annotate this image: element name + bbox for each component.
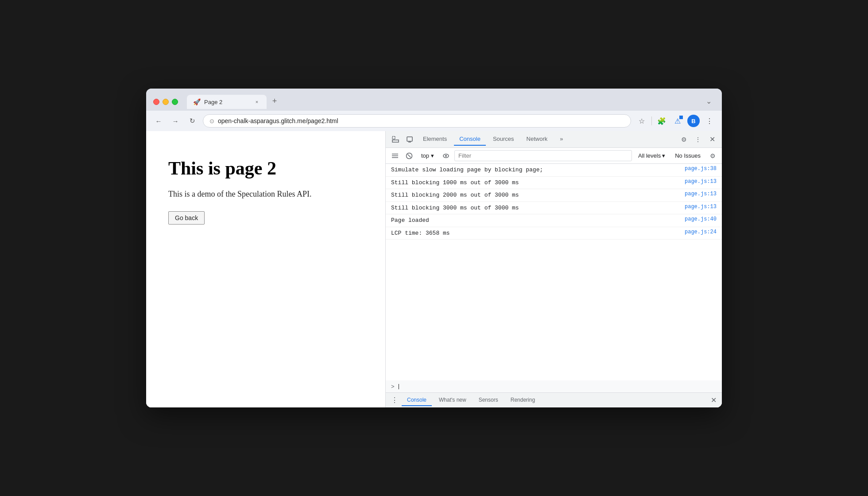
devtools-close-button[interactable]: ✕ <box>706 133 718 146</box>
nav-divider <box>651 116 652 125</box>
tab-favicon-icon: 🚀 <box>193 98 201 105</box>
svg-rect-0 <box>392 136 395 139</box>
tab-sources[interactable]: Sources <box>488 133 519 146</box>
console-message-text: LCP time: 3658 ms <box>391 229 679 238</box>
log-level-chevron-icon: ▾ <box>662 152 665 159</box>
devtools-panel: Elements Console Sources Network » ⚙ ⋮ ✕ <box>385 131 722 407</box>
bottom-tabs: ConsoleWhat's newSensorsRendering <box>402 395 540 406</box>
bookmark-button[interactable]: ☆ <box>636 115 648 127</box>
go-back-button[interactable]: Go back <box>168 211 205 225</box>
content-area: This is page 2 This is a demo of the Spe… <box>146 131 722 407</box>
svg-rect-4 <box>392 154 398 155</box>
page-heading: This is page 2 <box>168 158 363 179</box>
console-source-link[interactable]: page.js:13 <box>679 204 717 210</box>
address-bar[interactable]: ⊙ open-chalk-asparagus.glitch.me/page2.h… <box>203 114 631 128</box>
console-filter-input[interactable] <box>454 150 632 161</box>
tab-more[interactable]: » <box>554 133 568 146</box>
context-label: top <box>421 152 429 159</box>
address-security-icon: ⊙ <box>209 118 214 124</box>
devtools-bottom-bar: ⋮ ConsoleWhat's newSensorsRendering ✕ <box>386 392 722 407</box>
browser-window: 🚀 Page 2 × + ⌄ ← → ↻ ⊙ open-chalk-aspara… <box>146 89 722 407</box>
svg-rect-6 <box>392 157 398 158</box>
tab-title: Page 2 <box>204 99 250 105</box>
devtools-device-icon[interactable] <box>403 133 416 146</box>
bottom-tab-rendering[interactable]: Rendering <box>505 395 540 406</box>
clear-console-button[interactable] <box>403 150 415 162</box>
tab-close-button[interactable]: × <box>253 98 260 105</box>
reload-button[interactable]: ↻ <box>186 115 198 127</box>
nav-bar: ← → ↻ ⊙ open-chalk-asparagus.glitch.me/p… <box>146 111 722 131</box>
console-source-link[interactable]: page.js:24 <box>679 229 717 235</box>
svg-point-10 <box>445 155 447 157</box>
svg-rect-1 <box>392 140 399 142</box>
console-message-text: Still blocking 2000 ms out of 3000 ms <box>391 191 679 200</box>
console-settings-button[interactable]: ⚙ <box>707 150 718 162</box>
nav-actions: ☆ 🧩 ⚠ B ⋮ <box>636 115 716 127</box>
devtools-more-button[interactable]: ⋮ <box>692 133 704 146</box>
devtools-tabs: Elements Console Sources Network » ⚙ ⋮ ✕ <box>386 131 722 148</box>
console-log-entry: LCP time: 3658 mspage.js:24 <box>386 227 722 240</box>
address-text: open-chalk-asparagus.glitch.me/page2.htm… <box>218 117 624 124</box>
page-content: This is page 2 This is a demo of the Spe… <box>146 131 385 407</box>
tab-dropdown-button[interactable]: ⌄ <box>702 95 715 107</box>
devtools-warning-button[interactable]: ⚠ <box>671 115 684 127</box>
log-level-selector[interactable]: All levels ▾ <box>635 151 669 160</box>
console-source-link[interactable]: page.js:13 <box>679 178 717 185</box>
console-toolbar: top ▾ All levels ▾ No Issues ⚙ <box>386 148 722 164</box>
console-log-entry: Page loadedpage.js:40 <box>386 214 722 227</box>
bottom-close-button[interactable]: ✕ <box>709 394 718 406</box>
context-selector[interactable]: top ▾ <box>418 151 438 160</box>
console-log-entry: Still blocking 1000 ms out of 3000 mspag… <box>386 177 722 190</box>
issues-counter[interactable]: No Issues <box>671 151 704 160</box>
console-log-entry: Still blocking 3000 ms out of 3000 mspag… <box>386 202 722 215</box>
browser-tab[interactable]: 🚀 Page 2 × <box>187 95 267 109</box>
log-level-label: All levels <box>638 152 661 159</box>
devtools-settings-button[interactable]: ⚙ <box>678 133 690 146</box>
new-tab-button[interactable]: + <box>268 95 281 107</box>
svg-line-8 <box>408 154 411 157</box>
console-source-link[interactable]: page.js:13 <box>679 191 717 197</box>
tab-elements[interactable]: Elements <box>418 133 452 146</box>
tab-console[interactable]: Console <box>454 133 486 146</box>
svg-rect-3 <box>408 142 411 143</box>
maximize-window-button[interactable] <box>172 99 178 105</box>
console-message-text: Simulate slow loading page by blocking p… <box>391 166 679 174</box>
minimize-window-button[interactable] <box>163 99 169 105</box>
console-source-link[interactable]: page.js:40 <box>679 216 717 222</box>
console-message-text: Page loaded <box>391 216 679 225</box>
profile-button[interactable]: B <box>687 115 700 127</box>
prompt-cursor: | <box>397 383 401 390</box>
console-message-text: Still blocking 3000 ms out of 3000 ms <box>391 204 679 213</box>
console-source-link[interactable]: page.js:38 <box>679 166 717 172</box>
traffic-lights <box>153 99 178 105</box>
title-bar: 🚀 Page 2 × + ⌄ <box>146 89 722 111</box>
close-window-button[interactable] <box>153 99 159 105</box>
svg-rect-2 <box>407 137 412 141</box>
console-message-text: Still blocking 1000 ms out of 3000 ms <box>391 178 679 187</box>
console-log-entry: Still blocking 2000 ms out of 3000 mspag… <box>386 189 722 202</box>
eye-filter-button[interactable] <box>440 150 452 162</box>
devtools-inspect-icon[interactable] <box>389 133 402 146</box>
console-log-entry: Simulate slow loading page by blocking p… <box>386 164 722 177</box>
bottom-menu-button[interactable]: ⋮ <box>389 394 400 406</box>
svg-rect-5 <box>392 155 398 156</box>
bottom-tab-console[interactable]: Console <box>402 395 432 406</box>
prompt-arrow-icon: > <box>391 383 395 390</box>
tab-bar: 🚀 Page 2 × + ⌄ <box>183 95 715 109</box>
bottom-tab-sensors[interactable]: Sensors <box>473 395 504 406</box>
extension-button[interactable]: 🧩 <box>655 115 668 127</box>
console-output: Simulate slow loading page by blocking p… <box>386 164 722 380</box>
chevron-down-icon: ▾ <box>431 152 434 159</box>
tab-network[interactable]: Network <box>521 133 553 146</box>
forward-button[interactable]: → <box>169 115 182 127</box>
back-button[interactable]: ← <box>152 115 165 127</box>
console-prompt-area[interactable]: > | <box>386 380 722 392</box>
browser-menu-button[interactable]: ⋮ <box>703 115 716 127</box>
page-description: This is a demo of the Speculation Rules … <box>168 190 363 199</box>
sidebar-toggle-button[interactable] <box>389 150 401 162</box>
bottom-tab-what's-new[interactable]: What's new <box>434 395 472 406</box>
